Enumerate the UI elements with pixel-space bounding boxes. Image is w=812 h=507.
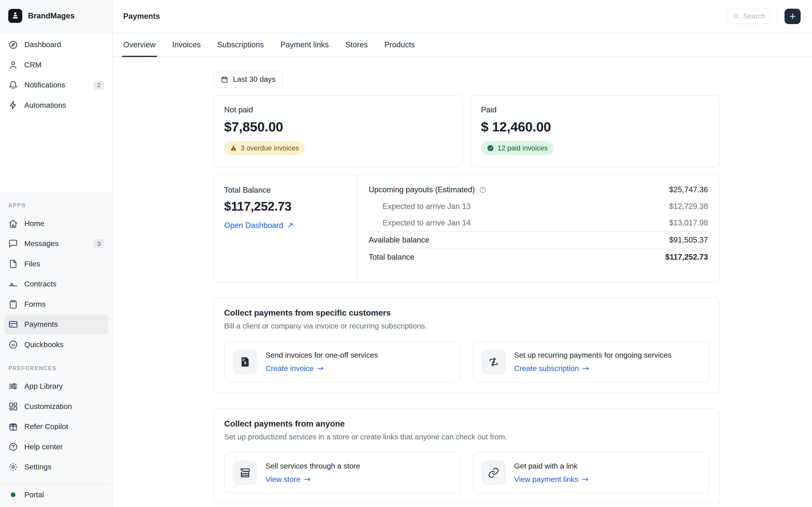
tab-bar: Overview Invoices Subscriptions Payment … [113,33,812,57]
quickbooks-icon: qb [8,340,18,350]
upcoming-payouts-row: Upcoming payouts (Estimated) $25,747.36 [368,181,708,198]
not-paid-amount: $7,850.00 [224,119,452,134]
plus-icon [789,12,797,20]
tab-payment-links[interactable]: Payment links [281,33,329,57]
create-subscription-link[interactable]: Create subscription → [514,364,589,373]
options-row: $ Send invoices for one-off services Cre… [224,341,709,383]
gift-icon [8,421,18,432]
help-circle-icon [8,442,18,452]
available-balance-row: Available balance $91,505.37 [368,232,708,248]
overdue-invoices-badge: 3 overdue invoices [224,141,305,155]
send-invoices-option: $ Send invoices for one-off services Cre… [224,341,460,383]
sidebar-item-portal[interactable]: Portal [4,485,108,505]
total-balance-row: Total balance $117,252.73 [368,249,708,265]
bolt-icon [8,100,18,110]
add-button[interactable] [784,9,801,24]
sidebar-item-payments[interactable]: Payments [4,314,108,335]
search-input[interactable]: Search [728,9,770,24]
recurring-payments-option: Set up recurring payments for ongoing se… [473,341,709,383]
sidebar-nav-apps: Home Messages 3 Files Contracts Forms [0,213,112,355]
tab-overview[interactable]: Overview [123,33,156,57]
collect-anyone-section: Collect payments from anyone Set up prod… [213,408,720,504]
open-dashboard-link[interactable]: Open Dashboard ↗ [224,221,294,230]
store-icon [239,467,251,479]
tab-subscriptions[interactable]: Subscriptions [217,33,264,57]
tab-stores[interactable]: Stores [345,33,368,57]
upcoming-payouts-amount: $25,747.36 [669,185,708,194]
topbar: Payments Search [113,0,812,33]
sidebar: BrandMages Dashboard CRM Notifications 2… [0,0,113,507]
home-icon [8,219,18,229]
view-store-link[interactable]: View store → [265,475,310,484]
file-icon [8,259,18,269]
collect-specific-section: Collect payments from specific customers… [213,297,720,393]
sidebar-section-preferences: PREFERENCES [0,355,112,376]
total-balance-amount: $117,252.73 [224,199,346,213]
notifications-count-badge: 2 [94,80,104,90]
bell-icon [8,80,18,90]
paid-label: Paid [481,105,709,114]
credit-card-icon [8,320,18,329]
layout-grid-icon [8,402,18,411]
sidebar-item-contracts[interactable]: Contracts [4,274,108,294]
gear-icon [8,462,18,472]
info-icon[interactable] [479,186,487,194]
sell-through-store-option: Sell services through a store View store… [224,452,460,494]
sidebar-item-refer-copilot[interactable]: Refer Copilot [4,416,108,437]
sidebar-item-dashboard[interactable]: Dashboard [4,35,108,55]
sidebar-item-app-library[interactable]: App Library [4,376,108,397]
sidebar-item-automations[interactable]: Automations [4,95,108,116]
arrow-right-icon: → [582,364,589,373]
sidebar-item-settings[interactable]: Settings [4,457,108,477]
svg-text:$: $ [244,360,246,365]
tab-products[interactable]: Products [384,33,415,57]
invoice-icon: $ [239,356,251,368]
clipboard-icon [8,299,18,309]
recurring-icon-tile [481,350,506,374]
sidebar-nav-top: Dashboard CRM Notifications 2 Automation… [0,35,112,192]
svg-text:qb: qb [11,343,15,347]
payouts-panel: Upcoming payouts (Estimated) $25,747.36 … [357,175,719,282]
balance-card: Total Balance $117,252.73 Open Dashboard… [213,174,720,282]
view-payment-links-link[interactable]: View payment links → [514,475,588,484]
portal-section: Portal [0,483,112,507]
store-icon-tile [233,460,257,485]
section-subtitle: Bill a client or company via invoice or … [224,322,709,330]
arrow-up-right-icon: ↗ [287,222,294,229]
sidebar-section-apps: APPS [0,192,112,213]
not-paid-label: Not paid [224,105,452,114]
check-circle-icon [487,145,494,152]
sidebar-item-help-center[interactable]: Help center [4,437,108,457]
brand: BrandMages [0,0,112,23]
sliders-icon [8,381,18,391]
chat-bubble-icon [8,239,18,249]
stat-cards: Not paid $7,850.00 3 overdue invoices Pa… [213,95,720,167]
arrow-right-icon: → [582,475,589,483]
arrow-right-icon: → [317,364,323,373]
sidebar-item-quickbooks[interactable]: qb Quickbooks [4,334,108,355]
tab-invoices[interactable]: Invoices [172,33,201,57]
paid-amount: $ 12,460.00 [481,119,709,134]
section-title: Collect payments from specific customers [224,308,709,318]
recurring-payment-icon [488,356,500,368]
app-window: BrandMages Dashboard CRM Notifications 2… [0,0,812,507]
create-invoice-link[interactable]: Create invoice → [265,364,323,373]
sidebar-item-notifications[interactable]: Notifications 2 [4,75,108,95]
sidebar-item-customization[interactable]: Customization [4,396,108,416]
sidebar-item-forms[interactable]: Forms [4,294,108,314]
page-title: Payments [123,12,160,21]
sidebar-item-home[interactable]: Home [4,213,108,234]
sidebar-item-crm[interactable]: CRM [4,55,108,75]
sidebar-item-messages[interactable]: Messages 3 [4,234,108,254]
main-area: Payments Search Overview Invoices Subscr… [113,0,812,507]
paid-invoices-badge: 12 paid invoices [481,141,553,155]
user-icon [8,60,18,70]
not-paid-card: Not paid $7,850.00 3 overdue invoices [213,95,463,167]
topbar-divider [777,8,778,24]
paid-card: Paid $ 12,460.00 12 paid invoices [470,95,720,167]
sidebar-item-files[interactable]: Files [4,254,108,274]
search-placeholder: Search [743,12,765,20]
brand-name: BrandMages [28,11,74,20]
date-range-button[interactable]: Last 30 days [213,71,283,88]
options-row: Sell services through a store View store… [224,452,709,494]
